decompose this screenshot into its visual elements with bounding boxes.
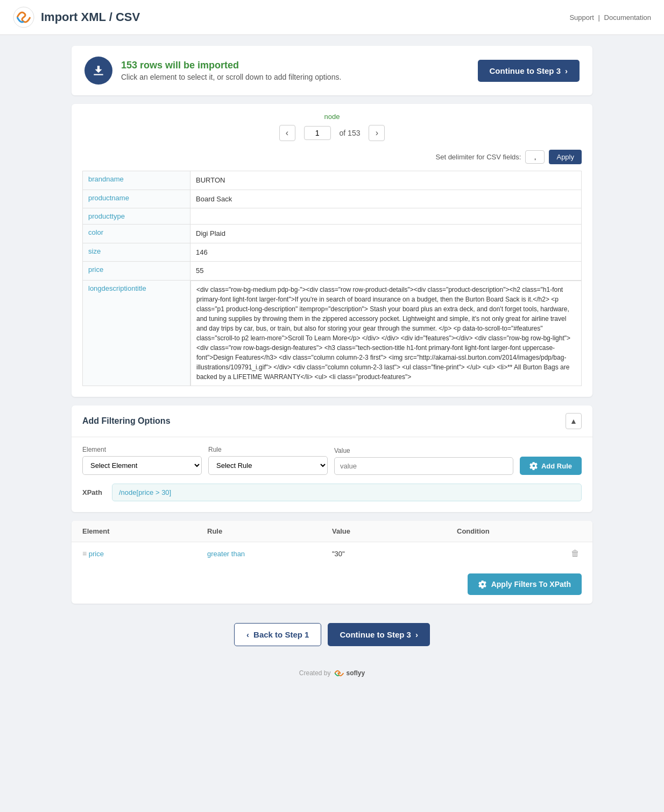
field-key: brandname bbox=[83, 171, 190, 190]
xpath-value: /node[price > 30] bbox=[112, 484, 582, 501]
field-value: BURTON bbox=[190, 171, 582, 190]
page-title: Import XML / CSV bbox=[41, 10, 140, 24]
element-col: Element Select Element bbox=[82, 446, 202, 475]
value-col: Value bbox=[334, 447, 513, 475]
import-icon bbox=[84, 57, 112, 85]
apply-filters-btn[interactable]: Apply Filters To XPath bbox=[468, 573, 582, 595]
field-value: Digi Plaid bbox=[190, 225, 582, 243]
node-label: node bbox=[82, 113, 582, 121]
table-row[interactable]: colorDigi Plaid bbox=[83, 225, 582, 243]
header-left: Import XML / CSV bbox=[13, 6, 140, 28]
col-condition: Condition bbox=[457, 527, 582, 535]
rule-row: ≡ pricegreater than"30"🗑 bbox=[72, 542, 592, 565]
field-value: 55 bbox=[190, 262, 582, 281]
footer-brand: Created by soflyy bbox=[299, 668, 365, 678]
field-value: Board Sack bbox=[190, 190, 582, 208]
table-row[interactable]: price55 bbox=[83, 262, 582, 281]
field-key: color bbox=[83, 225, 190, 243]
drag-handle[interactable]: ≡ bbox=[82, 549, 87, 558]
col-rule: Rule bbox=[207, 527, 332, 535]
value-label: Value bbox=[334, 447, 513, 454]
delimiter-label: Set delimiter for CSV fields: bbox=[436, 153, 521, 161]
node-total-label: of 153 bbox=[340, 129, 361, 137]
rule-value: "30" bbox=[332, 550, 457, 558]
field-key: productname bbox=[83, 190, 190, 208]
field-key: price bbox=[83, 262, 190, 281]
apply-filters-row: Apply Filters To XPath bbox=[72, 565, 592, 604]
table-row[interactable]: longdescriptiontitle<div class="row-bg-m… bbox=[83, 280, 582, 386]
prev-node-btn[interactable]: ‹ bbox=[279, 125, 295, 141]
banner-left: 153 rows will be imported Click an eleme… bbox=[84, 57, 341, 85]
import-description: Click an element to select it, or scroll… bbox=[121, 73, 341, 81]
field-key: producttype bbox=[83, 208, 190, 225]
continue-to-step3-btn-bottom[interactable]: Continue to Step 3 › bbox=[328, 623, 430, 646]
table-row[interactable]: producttype bbox=[83, 208, 582, 225]
field-value: <div class="row-bg-medium pdp-bg-"><div … bbox=[190, 281, 582, 386]
svg-rect-1 bbox=[94, 74, 103, 75]
next-node-btn[interactable]: › bbox=[369, 125, 385, 141]
rule-label: Rule bbox=[208, 446, 328, 453]
element-select[interactable]: Select Element bbox=[82, 456, 202, 475]
field-key: longdescriptiontitle bbox=[83, 280, 190, 386]
logo-icon bbox=[13, 6, 34, 28]
top-header: Import XML / CSV Support | Documentation bbox=[0, 0, 664, 35]
info-banner: 153 rows will be imported Click an eleme… bbox=[72, 46, 592, 95]
rules-header: Element Rule Value Condition bbox=[72, 521, 592, 542]
header-links: Support | Documentation bbox=[569, 13, 651, 22]
col-value: Value bbox=[332, 527, 457, 535]
continue-to-step3-btn-top[interactable]: Continue to Step 3 › bbox=[478, 60, 580, 82]
docs-link[interactable]: Documentation bbox=[604, 13, 651, 22]
field-value bbox=[190, 208, 582, 225]
rule-rule: greater than bbox=[207, 550, 332, 558]
add-rule-btn[interactable]: Add Rule bbox=[520, 457, 582, 475]
field-key: size bbox=[83, 243, 190, 262]
support-link[interactable]: Support bbox=[569, 13, 594, 22]
field-value: 146 bbox=[190, 243, 582, 262]
table-row[interactable]: size146 bbox=[83, 243, 582, 262]
xpath-row: XPath /node[price > 30] bbox=[82, 484, 582, 501]
filter-header: Add Filtering Options ▲ bbox=[72, 405, 592, 437]
gear-icon bbox=[529, 461, 538, 470]
row-count-heading: 153 rows will be imported bbox=[121, 60, 341, 71]
delimiter-input[interactable] bbox=[525, 150, 545, 164]
filter-section: Add Filtering Options ▲ Element Select E… bbox=[72, 405, 592, 512]
delete-rule-btn[interactable]: 🗑 bbox=[571, 549, 582, 558]
node-navigation: ‹ of 153 › bbox=[82, 125, 582, 141]
soflyy-logo: soflyy bbox=[334, 668, 365, 678]
data-table: brandnameBURTONproductnameBoard Sackprod… bbox=[82, 171, 582, 386]
rule-element: ≡ price bbox=[82, 549, 207, 558]
bottom-nav: ‹ Back to Step 1 Continue to Step 3 › bbox=[72, 612, 592, 657]
filter-title: Add Filtering Options bbox=[82, 416, 171, 426]
value-input[interactable] bbox=[334, 457, 513, 475]
node-panel: node ‹ of 153 › Set delimiter for CSV fi… bbox=[72, 104, 592, 397]
rule-condition: 🗑 bbox=[457, 549, 582, 558]
node-number-input[interactable] bbox=[304, 126, 331, 140]
gear-icon-2 bbox=[478, 580, 487, 589]
filter-body: Element Select Element Rule Select Rule … bbox=[72, 437, 592, 512]
xpath-label: XPath bbox=[82, 488, 107, 496]
filter-inputs-row: Element Select Element Rule Select Rule … bbox=[82, 446, 582, 475]
rule-select[interactable]: Select Rule bbox=[208, 456, 328, 475]
back-to-step1-btn[interactable]: ‹ Back to Step 1 bbox=[234, 623, 321, 646]
rules-rows: ≡ pricegreater than"30"🗑 bbox=[72, 542, 592, 565]
filter-rules-section: Element Rule Value Condition ≡ pricegrea… bbox=[72, 521, 592, 604]
col-element: Element bbox=[82, 527, 207, 535]
collapse-filter-btn[interactable]: ▲ bbox=[566, 413, 582, 429]
table-row[interactable]: brandnameBURTON bbox=[83, 171, 582, 190]
apply-delimiter-btn[interactable]: Apply bbox=[549, 150, 582, 164]
footer: Created by soflyy bbox=[72, 661, 592, 685]
table-row[interactable]: productnameBoard Sack bbox=[83, 190, 582, 208]
import-info: 153 rows will be imported Click an eleme… bbox=[121, 60, 341, 81]
element-label: Element bbox=[82, 446, 202, 453]
delimiter-row: Set delimiter for CSV fields: Apply bbox=[82, 150, 582, 164]
rule-col: Rule Select Rule bbox=[208, 446, 328, 475]
